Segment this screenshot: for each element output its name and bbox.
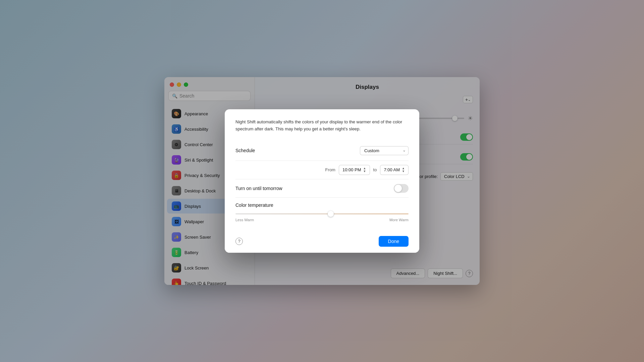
more-warm-label: More Warm (389, 218, 409, 222)
modal-help-button[interactable]: ? (235, 238, 243, 245)
color-temp-slider-container: Less Warm More Warm (235, 211, 409, 222)
modal-footer: ? Done (225, 231, 419, 253)
to-time-value: 7:00 AM (384, 167, 400, 172)
to-time-stepper[interactable]: ▲ ▼ (402, 167, 405, 173)
from-label: From (325, 167, 335, 172)
turn-on-label: Turn on until tomorrow (235, 186, 282, 191)
color-temp-slider[interactable] (235, 213, 409, 215)
done-button[interactable]: Done (379, 236, 409, 247)
color-temp-row: Color temperature Less Warm More Warm (235, 198, 409, 225)
from-time-down[interactable]: ▼ (363, 170, 366, 173)
schedule-select[interactable]: Custom Sunset to Sunrise Off (360, 146, 409, 155)
schedule-row: Schedule Custom Sunset to Sunrise Off (235, 141, 409, 161)
time-row: From 10:00 PM ▲ ▼ to 7:00 AM ▲ ▼ (235, 161, 409, 179)
to-time-down[interactable]: ▼ (402, 170, 405, 173)
schedule-label: Schedule (235, 148, 255, 153)
from-time-input[interactable]: 10:00 PM ▲ ▼ (339, 165, 370, 175)
turn-on-toggle[interactable] (394, 184, 409, 193)
modal-body: Night Shift automatically shifts the col… (225, 109, 419, 231)
to-label: to (373, 167, 377, 172)
modal-overlay: Night Shift automatically shifts the col… (0, 0, 644, 362)
from-time-stepper[interactable]: ▲ ▼ (363, 167, 366, 173)
color-temp-label: Color temperature (235, 202, 409, 208)
turn-on-until-row: Turn on until tomorrow (235, 179, 409, 198)
less-warm-label: Less Warm (235, 218, 254, 222)
turn-on-knob (394, 185, 402, 192)
night-shift-modal: Night Shift automatically shifts the col… (225, 109, 419, 253)
to-time-input[interactable]: 7:00 AM ▲ ▼ (380, 165, 409, 175)
night-shift-description: Night Shift automatically shifts the col… (235, 119, 409, 133)
color-temp-labels: Less Warm More Warm (235, 218, 409, 222)
from-time-value: 10:00 PM (342, 167, 361, 172)
schedule-select-wrapper: Custom Sunset to Sunrise Off (360, 146, 409, 155)
color-temp-thumb (328, 211, 334, 217)
